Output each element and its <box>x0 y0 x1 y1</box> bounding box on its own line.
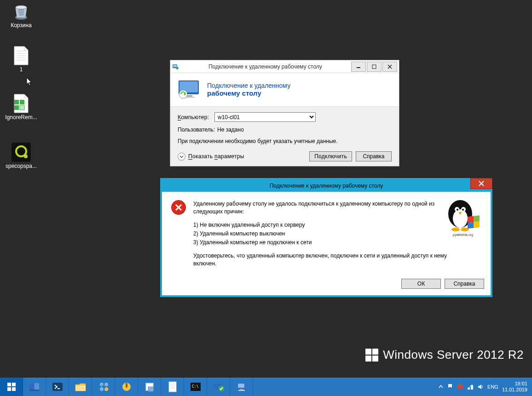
text-file-icon <box>12 46 31 65</box>
error-icon <box>171 200 186 215</box>
connect-button[interactable]: Подключить <box>309 151 352 161</box>
rdp-titlebar[interactable]: Подключение к удаленному рабочему столу <box>170 60 399 73</box>
tray-date: 11.01.2019 <box>502 387 527 393</box>
windows-logo-icon <box>365 349 378 362</box>
user-value: Не задано <box>214 126 244 133</box>
taskbar-cmd[interactable]: C:\ <box>184 378 207 396</box>
svg-rect-9 <box>14 105 19 110</box>
svg-rect-50 <box>35 383 39 390</box>
svg-rect-65 <box>169 382 176 392</box>
rdp-body: ККомпьютер:омпьютер: w10-cl01 Пользовате… <box>170 106 399 166</box>
taskbar-app-4[interactable] <box>207 378 230 396</box>
computer-label: ККомпьютер:омпьютер: <box>178 114 214 121</box>
tray-chevron-up-icon[interactable] <box>439 384 443 390</box>
taskbar-notepad[interactable] <box>161 378 184 396</box>
taskbar-app-3[interactable] <box>138 378 161 396</box>
svg-point-38 <box>451 228 460 231</box>
error-dialog[interactable]: Подключение к удаленному рабочему столу … <box>160 178 492 297</box>
computer-select[interactable]: w10-cl01 <box>214 112 316 122</box>
svg-rect-49 <box>29 383 34 390</box>
mouse-cursor-icon <box>26 77 33 86</box>
taskbar-server-manager[interactable] <box>23 378 46 396</box>
svg-point-25 <box>179 90 187 98</box>
svg-rect-64 <box>148 387 153 391</box>
svg-rect-45 <box>7 383 11 386</box>
svg-rect-40 <box>468 216 474 223</box>
svg-rect-8 <box>20 100 24 104</box>
tray-network-icon[interactable] <box>467 384 474 390</box>
svg-rect-77 <box>468 388 470 390</box>
taskbar-powershell[interactable] <box>46 378 69 396</box>
maximize-button[interactable] <box>367 62 382 72</box>
svg-rect-18 <box>372 65 376 69</box>
rdp-header: Подключение к удаленному рабочему столу <box>170 73 399 106</box>
rdp-header-line2: рабочему столу <box>207 89 290 97</box>
svg-rect-41 <box>474 215 480 222</box>
error-message: Удаленному рабочему столу не удалось под… <box>193 200 451 273</box>
svg-text:pyatilistnik.org: pyatilistnik.org <box>453 233 473 237</box>
reg-file-icon <box>12 94 31 113</box>
penguin-watermark-icon: pyatilistnik.org <box>442 195 484 238</box>
credentials-hint: При подключении необходимо будет указать… <box>178 138 392 145</box>
svg-point-62 <box>126 386 127 388</box>
taskbar[interactable]: C:\ ENG 18:01 11.01.2019 <box>0 378 532 396</box>
help-button[interactable]: Справка <box>356 151 392 161</box>
desktop-icon-specops[interactable]: specopspa... <box>2 143 40 169</box>
rdp-window-icon <box>170 63 180 70</box>
recycle-bin-icon <box>12 2 31 21</box>
taskbar-app-2[interactable] <box>115 378 138 396</box>
os-watermark: Windows Server 2012 R2 <box>365 348 524 362</box>
svg-point-16 <box>176 67 179 69</box>
tray-shield-icon[interactable] <box>457 384 463 390</box>
ok-button[interactable]: ОК <box>401 279 441 289</box>
taskbar-app-1[interactable] <box>92 378 115 396</box>
svg-rect-15 <box>173 65 177 67</box>
taskbar-rdp[interactable] <box>230 378 253 396</box>
desktop-icon-label: IgnoreRem... <box>2 114 40 121</box>
svg-rect-46 <box>12 383 16 386</box>
rdp-monitor-icon <box>178 80 200 99</box>
tray-time: 18:01 <box>502 381 527 387</box>
tray-volume-icon[interactable] <box>477 384 484 390</box>
svg-rect-75 <box>240 389 243 390</box>
action-center-icon[interactable] <box>447 384 453 390</box>
windows-start-icon <box>6 382 17 392</box>
svg-text:C:\: C:\ <box>192 385 199 389</box>
tray-clock[interactable]: 18:01 11.01.2019 <box>502 381 527 393</box>
user-label: Пользователь: <box>178 126 214 133</box>
svg-point-36 <box>462 209 464 211</box>
svg-rect-7 <box>14 100 19 104</box>
desktop-icon-label: Корзина <box>2 22 40 29</box>
close-button[interactable] <box>470 178 492 189</box>
minimize-button[interactable] <box>351 62 366 72</box>
svg-point-57 <box>100 387 104 391</box>
help-button[interactable]: Справка <box>445 279 484 289</box>
watermark-text: Windows Server 2012 R2 <box>383 348 524 362</box>
chevron-down-icon <box>178 153 185 161</box>
svg-rect-54 <box>75 385 86 391</box>
svg-point-56 <box>104 383 108 386</box>
close-button[interactable] <box>382 62 397 72</box>
desktop-icon-label: specopspa... <box>2 163 40 169</box>
svg-rect-10 <box>20 105 24 110</box>
show-options-toggle[interactable]: Показать параметры Показать параметры <box>178 153 244 161</box>
desktop-icon-file-1[interactable]: 1 <box>2 46 40 73</box>
svg-point-35 <box>457 209 458 211</box>
svg-point-13 <box>24 155 28 158</box>
desktop-icon-ignorerem[interactable]: IgnoreRem... <box>2 94 40 121</box>
svg-rect-47 <box>7 387 11 391</box>
system-tray[interactable]: ENG 18:01 11.01.2019 <box>434 378 532 396</box>
taskbar-explorer[interactable] <box>69 378 92 396</box>
rdp-dialog[interactable]: Подключение к удаленному рабочему столу … <box>170 60 399 166</box>
svg-rect-42 <box>468 222 474 229</box>
error-titlebar[interactable]: Подключение к удаленному рабочему столу <box>162 180 491 192</box>
tray-language[interactable]: ENG <box>487 384 498 390</box>
desktop-icon-recycle-bin[interactable]: Корзина <box>2 2 40 29</box>
svg-rect-48 <box>12 387 16 391</box>
app-icon <box>12 143 31 162</box>
svg-rect-43 <box>474 221 480 228</box>
svg-point-1 <box>16 6 27 9</box>
svg-rect-74 <box>238 384 244 388</box>
rdp-title: Подключение к удаленному рабочему столу <box>180 63 350 70</box>
start-button[interactable] <box>0 378 23 396</box>
